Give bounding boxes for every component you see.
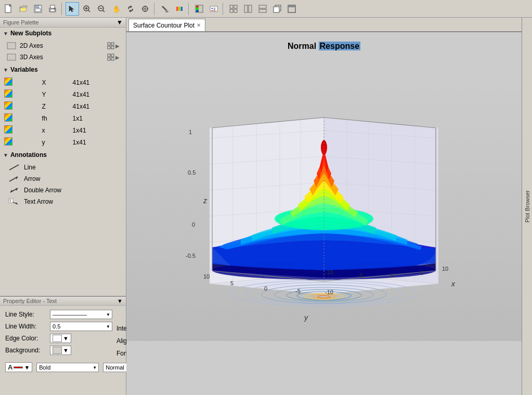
2d-expand-icon: ▶ (115, 43, 120, 49)
tile-2x2-button[interactable] (227, 2, 240, 16)
var-Z-size: 41x41 (69, 100, 126, 112)
text-arrow-icon: T (8, 198, 21, 206)
plot-title-response: Response (319, 42, 360, 50)
select-tool-button[interactable] (66, 2, 79, 16)
plot-area: Normal Response (126, 32, 522, 395)
line-width-select[interactable]: 0.5 1.0 1.5 2.0 (50, 322, 112, 331)
double-arrow-item[interactable]: Double Arrow (0, 185, 126, 196)
y-axis-label: y (304, 313, 308, 322)
font-weight-select[interactable]: Normal Bold Italic Bold Italic (36, 363, 99, 372)
tile-2x1-button[interactable] (256, 2, 269, 16)
edge-color-swatch (53, 335, 62, 342)
2d-axes-label: 2D Axes (20, 42, 43, 49)
surface-plot-tab[interactable]: Surface Countour Plot ✕ (128, 19, 205, 31)
figure-palette: Figure Palette ▼ ▼ New Subplots 2D Axes (0, 18, 126, 296)
svg-rect-27 (179, 7, 181, 11)
new-subplots-header[interactable]: ▼ New Subplots (0, 28, 126, 39)
brush-button[interactable] (158, 2, 172, 16)
new-file-button[interactable] (2, 2, 16, 16)
arrow-item[interactable]: Arrow (0, 173, 126, 185)
new-subplots-label: New Subplots (10, 30, 51, 37)
svg-line-63 (9, 165, 19, 170)
var-Y-icon (4, 89, 12, 98)
var-y-row[interactable]: y 1x41 (0, 136, 126, 148)
line-style-select-wrapper: —————— - - - - - · · · · · none (50, 310, 112, 319)
open-file-button[interactable] (17, 2, 30, 16)
rotate-button[interactable] (124, 2, 137, 16)
background-dropdown-icon: ▼ (63, 347, 69, 353)
var-Y-row[interactable]: Y 41x41 (0, 88, 126, 100)
2d-axes-icon (6, 42, 17, 50)
pan-button[interactable]: ✋ (109, 2, 123, 16)
line-style-select[interactable]: —————— - - - - - · · · · · none (50, 310, 112, 319)
plot-title-normal: Normal (288, 42, 316, 50)
var-fh-icon (4, 113, 12, 122)
print-button[interactable] (46, 2, 59, 16)
background-color-swatch (53, 347, 62, 354)
line-item[interactable]: Line (0, 162, 126, 173)
var-y-name: y (38, 136, 69, 148)
var-fh-row[interactable]: fh 1x1 (0, 112, 126, 124)
palette-title: Figure Palette (3, 19, 38, 25)
svg-rect-41 (244, 5, 248, 12)
svg-line-13 (88, 10, 90, 12)
plot-title: Normal Response (288, 42, 360, 51)
svg-rect-37 (230, 5, 233, 8)
insert-legend-button[interactable]: AB (207, 2, 220, 16)
zoom-out-button[interactable] (95, 2, 108, 16)
var-X-size: 41x41 (69, 76, 126, 88)
colormap-button[interactable] (173, 2, 186, 16)
data-cursor-button[interactable] (138, 2, 152, 16)
var-Z-row[interactable]: Z 41x41 (0, 100, 126, 112)
variables-content: X 41x41 Y 41x41 Z 41x41 (0, 75, 126, 149)
main-area: Figure Palette ▼ ▼ New Subplots 2D Axes (0, 18, 532, 395)
var-x-row[interactable]: x 1x41 (0, 124, 126, 136)
y-tick-n10: -10 (325, 289, 333, 295)
svg-marker-11 (69, 6, 74, 12)
svg-line-23 (162, 6, 166, 10)
text-arrow-item[interactable]: T Text Arrow (0, 196, 126, 207)
save-file-button[interactable] (31, 2, 45, 16)
edge-color-button[interactable]: ▼ (50, 334, 71, 343)
background-row: Background: ▼ (5, 346, 112, 355)
var-Y-name: Y (38, 88, 69, 100)
annotations-label: Annotations (10, 151, 47, 159)
property-editor-collapse-button[interactable]: ▼ (117, 298, 123, 304)
palette-collapse-button[interactable]: ▼ (116, 19, 123, 26)
variables-triangle: ▼ (3, 67, 8, 73)
tile-1x2-button[interactable] (241, 2, 255, 16)
zoom-in-button[interactable] (80, 2, 94, 16)
svg-rect-60 (111, 54, 114, 57)
line-width-row: Line Width: 0.5 1.0 1.5 2.0 (5, 322, 112, 331)
3d-axes-icon (6, 53, 17, 61)
3d-axes-item[interactable]: 3D Axes ▶ (0, 51, 126, 63)
variables-header[interactable]: ▼ Variables (0, 64, 126, 75)
svg-rect-39 (230, 9, 233, 12)
background-button[interactable]: ▼ (50, 346, 71, 355)
svg-rect-52 (108, 43, 110, 45)
z-tick-1: 1 (189, 129, 192, 135)
z-axis-label: z (203, 196, 207, 205)
var-X-name: X (38, 76, 69, 88)
font-color-icon: A (8, 363, 12, 371)
line-style-label: Line Style: (5, 311, 47, 318)
maximize-button[interactable] (285, 2, 299, 16)
svg-rect-40 (234, 9, 237, 12)
restore-button[interactable] (270, 2, 284, 16)
line-icon (8, 163, 21, 172)
3d-grid-icon (107, 54, 114, 61)
arrow-icon (8, 175, 21, 183)
2d-axes-item[interactable]: 2D Axes ▶ (0, 40, 126, 51)
annotations-header[interactable]: ▼ Annotations (0, 149, 126, 161)
svg-rect-43 (259, 5, 266, 8)
y-tick-0: 0 (264, 285, 267, 292)
double-arrow-label: Double Arrow (24, 187, 61, 194)
var-y-size: 1x41 (69, 136, 126, 148)
annotations-content: Line Arrow Double Arrow T (0, 161, 126, 208)
tab-close-button[interactable]: ✕ (197, 22, 201, 28)
font-color-button[interactable]: A ▼ (5, 362, 32, 372)
z-tick-0: 0 (192, 221, 195, 228)
svg-rect-9 (50, 5, 55, 8)
var-X-row[interactable]: X 41x41 (0, 76, 126, 88)
insert-colorbar-button[interactable] (192, 2, 206, 16)
